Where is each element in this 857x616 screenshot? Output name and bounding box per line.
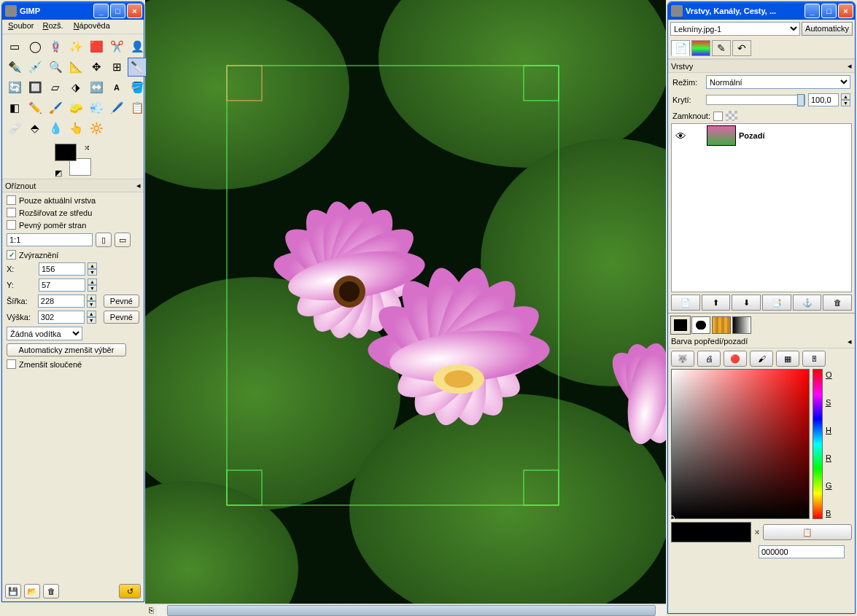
fg-color[interactable] xyxy=(55,144,77,161)
foreground-tool[interactable]: 👤 xyxy=(128,37,147,56)
airbrush-tool[interactable]: 💨 xyxy=(87,98,106,117)
move-tool[interactable]: ✥ xyxy=(87,58,106,77)
add-color-button[interactable]: 📋 xyxy=(763,524,852,540)
paths-tool[interactable]: ✒️ xyxy=(5,58,24,77)
flip-tool[interactable]: ↔️ xyxy=(87,78,106,97)
menu-file[interactable]: SSouboroubor xyxy=(4,20,38,34)
height-fixed-button[interactable]: Pevné xyxy=(104,311,139,324)
lock-pixels[interactable] xyxy=(713,112,723,121)
x-input[interactable] xyxy=(39,262,85,276)
opt-highlight[interactable]: Zvýraznění xyxy=(7,250,139,260)
perspective-tool[interactable]: ⬗ xyxy=(66,78,85,97)
layers-menu-icon[interactable]: ◂ xyxy=(848,61,852,71)
restore-options-icon[interactable]: 📂 xyxy=(24,584,40,599)
lower-layer-button[interactable]: ⬇ xyxy=(732,295,761,311)
anchor-layer-button[interactable]: ⚓ xyxy=(793,295,822,311)
clone-tool[interactable]: 📋 xyxy=(128,98,147,117)
layer-thumbnail[interactable] xyxy=(707,125,736,146)
opt-expand-center[interactable]: Rozšiřovat ze středu xyxy=(7,208,139,217)
palette-picker-icon[interactable]: ▦ xyxy=(776,351,799,367)
r-channel[interactable]: R xyxy=(826,453,832,462)
portrait-icon[interactable]: ▯ xyxy=(96,233,112,247)
image-select[interactable]: Lekníny.jpg-1 xyxy=(670,22,800,36)
raise-layer-button[interactable]: ⬆ xyxy=(702,295,731,311)
brush-picker-icon[interactable]: 🖌 xyxy=(750,351,773,367)
menu-help[interactable]: Nápověda xyxy=(69,20,115,34)
s-channel[interactable]: S xyxy=(826,398,832,407)
scale-tool[interactable]: 🔲 xyxy=(26,78,44,97)
lock-alpha-icon[interactable] xyxy=(726,111,737,121)
shear-tool[interactable]: ▱ xyxy=(46,78,65,97)
width-input[interactable] xyxy=(38,295,85,308)
toolbox-titlebar[interactable]: GIMP _ □ × xyxy=(2,2,144,20)
rotate-tool[interactable]: 🔄 xyxy=(5,78,24,97)
hue-slider[interactable] xyxy=(813,369,823,519)
eyedropper-tool[interactable]: 💉 xyxy=(26,58,44,77)
mode-select[interactable]: Normální xyxy=(706,75,850,89)
print-picker-icon[interactable]: 🖨 xyxy=(697,351,721,367)
y-input[interactable] xyxy=(39,278,85,292)
menu-ext[interactable]: Rozš. xyxy=(38,20,67,34)
undo-tab[interactable]: ↶ xyxy=(732,40,751,56)
b-channel[interactable]: B xyxy=(826,509,832,518)
opt-current-layer[interactable]: Pouze aktuální vrstva xyxy=(7,195,139,205)
channels-tab[interactable] xyxy=(691,40,710,56)
pencil-tool[interactable]: ✏️ xyxy=(26,98,44,117)
align-tool[interactable]: ⊞ xyxy=(107,58,126,77)
brush-tool[interactable]: 🖌️ xyxy=(46,98,65,117)
delete-layer-button[interactable]: 🗑 xyxy=(823,295,852,311)
swap-colors-icon[interactable]: ⤭ xyxy=(84,144,90,152)
reset-colors-icon[interactable]: ◩ xyxy=(55,168,62,176)
opacity-slider[interactable] xyxy=(706,95,805,105)
wheel-picker-icon[interactable]: 🔴 xyxy=(724,351,747,367)
opt-shrink-merged[interactable]: Zmenšit sloučené xyxy=(7,359,139,369)
hex-input[interactable] xyxy=(759,545,845,558)
blur-tool[interactable]: 💧 xyxy=(46,119,65,138)
new-layer-button[interactable]: 📄 xyxy=(671,295,700,311)
brushes-tab[interactable] xyxy=(691,316,710,334)
measure-tool[interactable]: 📐 xyxy=(66,58,85,77)
minimize-button[interactable]: _ xyxy=(93,4,109,18)
duplicate-layer-button[interactable]: 📑 xyxy=(762,295,791,311)
layer-list[interactable]: 👁 Pozadí xyxy=(671,123,852,292)
visibility-icon[interactable]: 👁 xyxy=(673,130,688,142)
height-input[interactable] xyxy=(38,311,85,324)
landscape-icon[interactable]: ▭ xyxy=(115,233,131,247)
auto-button[interactable]: Automaticky xyxy=(802,22,853,36)
maximize-button[interactable]: □ xyxy=(821,4,837,18)
zoom-tool[interactable]: 🔍 xyxy=(46,58,65,77)
ratio-input[interactable] xyxy=(7,233,93,246)
delete-options-icon[interactable]: 🗑 xyxy=(43,584,59,599)
heal-tool[interactable]: 🩹 xyxy=(5,119,24,138)
swap-small-icon[interactable]: ⤭ xyxy=(754,529,760,536)
close-button[interactable]: × xyxy=(838,4,853,18)
dock-titlebar[interactable]: Vrstvy, Kanály, Cesty, ... _ □ × xyxy=(668,2,855,20)
rect-select-tool[interactable]: ▭ xyxy=(5,37,24,56)
sv-picker[interactable] xyxy=(671,369,810,519)
minimize-button[interactable]: _ xyxy=(804,4,820,18)
close-button[interactable]: × xyxy=(127,4,142,18)
fgbg-tab[interactable] xyxy=(671,316,690,334)
opt-fixed-ratio[interactable]: Pevný poměr stran xyxy=(7,220,139,230)
perspective-clone-tool[interactable]: ⬘ xyxy=(26,119,44,138)
color-select-tool[interactable]: 🟥 xyxy=(87,37,106,56)
autoshrink-button[interactable]: Automaticky zmenšit výběr xyxy=(7,343,126,356)
layer-name[interactable]: Pozadí xyxy=(739,131,764,140)
o-channel[interactable]: O xyxy=(826,370,832,379)
options-menu-icon[interactable]: ◂ xyxy=(136,181,141,190)
gradients-tab[interactable] xyxy=(732,316,751,334)
width-fixed-button[interactable]: Pevné xyxy=(104,295,139,308)
maximize-button[interactable]: □ xyxy=(110,4,125,18)
gimp-picker-icon[interactable]: 🐺 xyxy=(671,351,694,367)
image-canvas[interactable] xyxy=(145,0,666,604)
crop-tool[interactable]: 🔪 xyxy=(128,58,147,77)
g-channel[interactable]: G xyxy=(826,481,832,490)
eraser-tool[interactable]: 🧽 xyxy=(66,98,85,117)
patterns-tab[interactable] xyxy=(712,316,731,334)
color-menu-icon[interactable]: ◂ xyxy=(848,337,852,346)
layer-row[interactable]: 👁 Pozadí xyxy=(672,124,851,147)
ellipse-select-tool[interactable]: ◯ xyxy=(26,37,44,56)
horizontal-scrollbar[interactable]: ⎘ xyxy=(145,604,666,616)
bucket-tool[interactable]: 🪣 xyxy=(128,78,147,97)
reset-options-icon[interactable]: ↺ xyxy=(119,584,141,599)
